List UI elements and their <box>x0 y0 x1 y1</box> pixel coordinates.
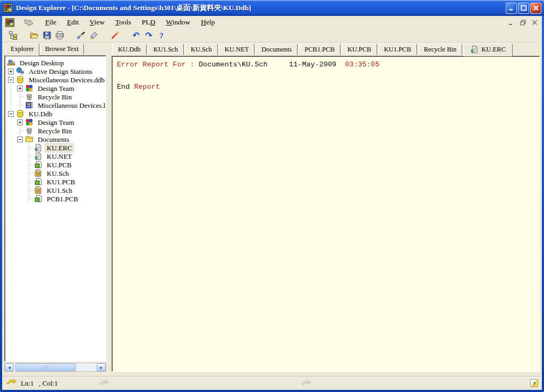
document-menu-arrow-icon[interactable] <box>23 19 35 27</box>
tree-item-ku-erc[interactable]: KU.ERC <box>6 143 105 152</box>
menu-window[interactable]: Window <box>160 17 196 28</box>
doc-tab-ku1-pcb[interactable]: KU1.PCB <box>378 44 417 55</box>
panel-splitter[interactable] <box>106 44 112 372</box>
doc-tab-label: KU1.Sch <box>154 46 178 53</box>
report-editor[interactable]: Error Report For : Documents\KU.Sch 11-M… <box>112 56 540 372</box>
tree-item-label: Active Design Stations <box>27 67 94 75</box>
doc-tab-label: KU.NET <box>225 46 249 53</box>
menu-edit[interactable]: Edit <box>62 17 84 28</box>
tree-indent <box>15 194 24 203</box>
expand-box-icon[interactable] <box>8 69 14 74</box>
tree-item-design-team[interactable]: Design Team <box>6 118 105 126</box>
open-document-button[interactable] <box>28 29 40 41</box>
menu-view[interactable]: View <box>84 17 110 28</box>
tree-item-design-desktop[interactable]: Design Desktop <box>6 58 105 67</box>
open-document-icon <box>30 31 39 40</box>
doc-tab-pcb1-pcb[interactable]: PCB1.PCB <box>299 44 341 55</box>
doc-tab-ku-ddb[interactable]: KU.Ddb <box>112 44 147 55</box>
tree-indent <box>6 101 15 109</box>
doc-tab-ku-pcb[interactable]: KU.PCB <box>342 44 377 55</box>
doc-tab-documents[interactable]: Documents <box>256 44 298 55</box>
stations-icon <box>16 67 24 75</box>
print-button[interactable] <box>53 29 66 41</box>
help-button[interactable]: ? <box>155 29 168 41</box>
collapse-box-icon[interactable] <box>8 111 14 117</box>
mdi-restore-button[interactable] <box>518 19 528 27</box>
tree-item-label: Design Team <box>36 118 76 126</box>
undo-button[interactable]: ↶ <box>130 29 142 41</box>
menu-pld[interactable]: PLD <box>137 17 161 28</box>
tree-item-ku-pcb[interactable]: KU.PCB <box>6 160 105 169</box>
close-button[interactable] <box>530 3 541 14</box>
scroll-right-button[interactable]: ▸ <box>97 363 106 371</box>
tree-indent <box>6 186 15 194</box>
toolbar-group: ↶↷? <box>130 29 168 41</box>
tree-item-design-team[interactable]: Design Team <box>6 84 105 92</box>
tree-item-ku-ddb[interactable]: KU.Ddb <box>6 109 105 118</box>
database-icon <box>16 75 24 84</box>
panel-tab-browse-text[interactable]: Browse Text <box>40 44 84 55</box>
redo-button[interactable]: ↷ <box>142 29 155 41</box>
tree-indent <box>6 177 15 186</box>
menu-tools[interactable]: Tools <box>110 17 137 28</box>
tree-indent <box>24 186 33 194</box>
tree-indent <box>6 143 15 152</box>
doc-tab-ku-sch[interactable]: KU.Sch <box>185 44 218 55</box>
app-mini-icon[interactable] <box>5 18 14 27</box>
pen-button[interactable] <box>87 29 100 41</box>
main-area: ExplorerBrowse Text Design DesktopActive… <box>2 42 542 376</box>
doc-tab-ku-erc[interactable]: KU.ERC <box>463 44 513 56</box>
tree-item-ku1-sch[interactable]: KU1.Sch <box>6 186 105 194</box>
panel-tab-explorer[interactable]: Explorer <box>5 44 39 56</box>
panel-tabs: ExplorerBrowse Text <box>4 44 106 55</box>
save-button[interactable] <box>40 29 53 41</box>
scroll-thumb[interactable] <box>15 363 76 371</box>
collapse-box-icon[interactable] <box>17 137 23 142</box>
expand-box-icon[interactable] <box>17 86 23 91</box>
report-line: End Report <box>117 83 537 91</box>
mdi-close-button[interactable] <box>530 19 540 27</box>
maximize-button[interactable] <box>518 3 529 14</box>
scroll-track[interactable] <box>14 363 96 371</box>
tree-indent <box>6 126 15 135</box>
scroll-left-button[interactable]: ◂ <box>5 363 14 371</box>
menu-file[interactable]: File <box>40 17 62 28</box>
tree-item-label: KU.Sch <box>45 169 71 177</box>
tree-horizontal-scrollbar[interactable]: ◂ ▸ <box>4 363 106 372</box>
tree-indent <box>15 101 24 109</box>
mdi-minimize-button[interactable] <box>506 19 516 27</box>
knife-button[interactable] <box>74 29 87 41</box>
redo-icon: ↷ <box>145 31 152 40</box>
collapse-box-icon[interactable] <box>8 77 14 83</box>
doc-tab-ku-net[interactable]: KU.NET <box>219 44 254 55</box>
tree-indent <box>6 92 15 101</box>
doc-tab-ku1-sch[interactable]: KU1.Sch <box>148 44 184 55</box>
tree-item-recycle-bin[interactable]: Recycle Bin <box>6 126 105 135</box>
explorer-toggle-icon <box>8 31 18 40</box>
doc-tab-label: PCB1.PCB <box>304 46 335 53</box>
help-icon: ? <box>159 31 164 40</box>
titlebar[interactable]: Design Explorer - [C:\Documents and Sett… <box>0 0 544 16</box>
tree-item-documents[interactable]: Documents <box>6 135 105 143</box>
tree-item-recycle-bin[interactable]: Recycle Bin <box>6 92 105 101</box>
explorer-toggle-button[interactable] <box>6 29 19 41</box>
tree-item-ku-sch[interactable]: KU.Sch <box>6 169 105 177</box>
error-report-text: Error Report For : Documents\KU.Sch 11-M… <box>112 56 539 91</box>
help-indicator[interactable]: ? <box>530 379 538 387</box>
tree-indent <box>15 126 24 135</box>
tree-indent <box>15 135 24 143</box>
tree-item-ku-net[interactable]: KU.NET <box>6 152 105 160</box>
tree-item-pcb1-pcb[interactable]: PCB1.PCB <box>6 194 105 203</box>
tree-item-miscellaneous-devices-ddb[interactable]: Miscellaneous Devices.ddb <box>6 75 105 84</box>
doc-tab-label: KU.ERC <box>481 46 506 54</box>
gray-arrow-icon <box>99 380 109 389</box>
wizard-wand-button[interactable] <box>108 29 121 41</box>
doc-tab-recycle-bin[interactable]: Recycle Bin <box>418 44 462 55</box>
tree-item-ku1-pcb[interactable]: KU1.PCB <box>6 177 105 186</box>
tree-item-miscellaneous-devices-lib[interactable]: Miscellaneous Devices.lib <box>6 101 105 109</box>
tree-item-active-design-stations[interactable]: Active Design Stations <box>6 67 105 75</box>
expand-box-icon[interactable] <box>17 120 23 125</box>
design-tree[interactable]: Design DesktopActive Design StationsMisc… <box>4 55 106 362</box>
menu-help[interactable]: Help <box>196 17 220 28</box>
minimize-button[interactable] <box>506 3 517 14</box>
